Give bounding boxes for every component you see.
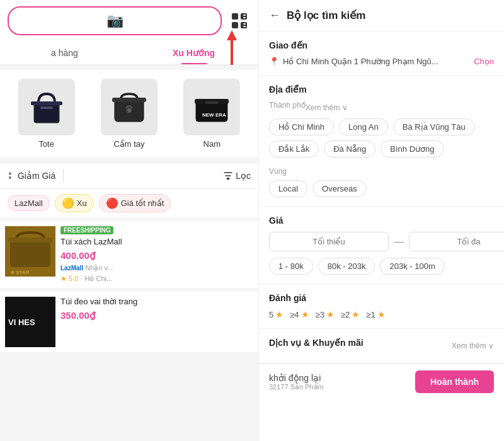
rating-4[interactable]: ≥4 ★ [290, 309, 309, 319]
rating-5[interactable]: 5 ★ [269, 309, 284, 319]
svg-text:NEW ERA: NEW ERA [202, 112, 226, 118]
discount-label: Giảm Giá [18, 171, 55, 181]
chip-hcm[interactable]: Hồ Chí Minh [269, 118, 334, 135]
services-section: Dịch vụ & Khuyến mãi Xem thêm ∨ [259, 329, 504, 364]
svg-rect-14 [112, 98, 146, 102]
camera-icon: 📷 [106, 13, 123, 29]
bottom-bar: khởi động lại 32177 Sản Phẩm Hoàn thành [259, 364, 504, 399]
svg-rect-23 [10, 239, 50, 267]
svg-rect-6 [243, 23, 246, 25]
filter-header: ← Bộ lọc tìm kiếm [259, 0, 504, 32]
search-bar: 📷 [0, 0, 258, 42]
svg-rect-24 [8, 238, 52, 243]
chip-overseas[interactable]: Overseas [312, 180, 367, 197]
region-title: Địa điểm [269, 84, 494, 94]
tab-store[interactable]: a hàng [0, 42, 129, 64]
chip-price-1[interactable]: 1 - 80k [269, 258, 313, 275]
right-panel: ← Bộ lọc tìm kiếm Giao đến 📍 Hồ Chí Minh… [258, 0, 504, 441]
product-thumbnail-2: VI HES [5, 297, 55, 347]
svg-rect-2 [232, 22, 238, 28]
product-count: 32177 Sản Phẩm [269, 383, 324, 391]
sort-arrows-icon: ▲ ▼ [8, 171, 13, 181]
svg-marker-9 [227, 30, 237, 40]
price-label: Giá tốt nhất [121, 198, 164, 208]
chip-danang[interactable]: Đà Nẵng [324, 140, 375, 158]
chip-price-3[interactable]: 203k - 100m [380, 258, 444, 275]
nav-tabs: a hàng Xu Hướng [0, 42, 258, 65]
price-title: Giá [269, 215, 494, 226]
tag-price-best[interactable]: 🔴 Giá tốt nhất [99, 194, 171, 212]
svg-rect-11 [31, 101, 62, 105]
nam-label: Nam [203, 139, 220, 149]
product-price-2: 350.00₫ [60, 310, 253, 321]
rating-2[interactable]: ≥2 ★ [341, 309, 360, 319]
svg-rect-7 [243, 26, 246, 27]
price-max-input[interactable] [409, 232, 504, 251]
tag-xu[interactable]: 🟡 Xu [55, 194, 94, 212]
price-range-row: — [269, 232, 494, 251]
star-5-icon: ★ [275, 309, 284, 319]
chip-price-2[interactable]: 80k - 203k [318, 258, 375, 275]
price-icon: 🔴 [106, 197, 118, 209]
filter-button[interactable]: Lọc [223, 171, 251, 181]
filter-bar: ▲ ▼ Giảm Giá Lọc [0, 163, 258, 189]
tab-trending[interactable]: Xu Hướng [129, 42, 258, 64]
category-tote[interactable]: Tote [5, 79, 88, 149]
rating-title: Đánh giá [269, 293, 494, 303]
city-sublabel: Thành phố [269, 101, 306, 110]
chip-longan[interactable]: Long An [339, 118, 388, 135]
product-rating-1: ★ 5.0 · Hồ Chi... [60, 275, 253, 283]
chip-brvt[interactable]: Bà Rịa Vũng Tàu [393, 118, 475, 135]
reset-button[interactable]: khởi động lại [269, 373, 321, 383]
grid-icon[interactable] [228, 9, 251, 32]
delivery-section: Giao đến 📍 Hồ Chí Minh Quận 1 Phường Phạ… [259, 32, 504, 76]
see-more-city[interactable]: Xem thêm ∨ [306, 103, 348, 112]
tote-image [18, 79, 75, 135]
product-meta-1: LazMall Nhận v... [60, 264, 253, 272]
svg-rect-10 [34, 103, 59, 123]
price-section: Giá — 1 - 80k 80k - 203k 203k - 100m [259, 207, 504, 284]
category-nam[interactable]: NEW ERA Nam [171, 79, 253, 149]
sort-section[interactable]: ▲ ▼ Giảm Giá [8, 171, 55, 181]
product-badges-1: FREESHIPPING [60, 226, 253, 234]
svg-text:VI HES: VI HES [8, 318, 35, 327]
star-3-icon: ★ [326, 309, 335, 319]
svg-point-16 [127, 109, 130, 112]
product-item-2[interactable]: VI HES Túi đeo vai thời trang 350.00₫ [0, 292, 258, 352]
back-arrow-icon[interactable]: ← [269, 9, 280, 22]
categories-grid: Tote Cầm tay [0, 70, 258, 158]
rating-1[interactable]: ≥1 ★ [366, 309, 385, 319]
product-price-1: 400.00₫ [60, 250, 253, 261]
see-more-services[interactable]: Xem thêm ∨ [452, 341, 494, 350]
chip-daklak[interactable]: Đắk Lắk [269, 140, 319, 158]
price-chips: 1 - 80k 80k - 203k 203k - 100m [269, 258, 494, 275]
delivery-title: Giao đến [269, 40, 494, 50]
freeship-badge: FREESHIPPING [60, 226, 113, 234]
filter-icon [223, 171, 233, 181]
chip-local[interactable]: Local [269, 180, 307, 197]
product-title-1: Túi xách LazMall [60, 237, 253, 248]
region-section: Địa điểm Thành phố Xem thêm ∨ Hồ Chí Min… [259, 76, 504, 207]
price-min-input[interactable] [269, 232, 389, 251]
star-1-icon: ★ [377, 309, 386, 319]
product-thumbnail-1: ★ STAR [5, 226, 55, 277]
chip-binhduong[interactable]: Bình Dương [381, 140, 444, 158]
location-text: Hồ Chí Minh Quận 1 Phường Phạm Ngũ... [283, 57, 470, 66]
rating-3[interactable]: ≥3 ★ [316, 309, 335, 319]
svg-rect-5 [243, 17, 246, 18]
product-item-1[interactable]: ★ STAR FREESHIPPING Túi xách LazMall 400… [0, 221, 258, 288]
lazada-logo: LazMall [60, 265, 83, 272]
search-input-box[interactable]: 📷 [8, 6, 222, 35]
tag-row: LazMall 🟡 Xu 🔴 Giá tốt nhất [0, 189, 258, 217]
star-2-icon: ★ [352, 309, 360, 319]
chon-button[interactable]: Chọn [474, 57, 494, 66]
done-button[interactable]: Hoàn thành [415, 370, 494, 393]
svg-text:★ STAR: ★ STAR [10, 270, 30, 275]
tag-lazmall[interactable]: LazMall [8, 195, 50, 211]
city-chips: Hồ Chí Minh Long An Bà Rịa Vũng Tàu Đắk … [269, 118, 494, 158]
nam-image: NEW ERA [183, 79, 240, 135]
services-title: Dịch vụ & Khuyến mãi [269, 338, 364, 348]
category-camtay[interactable]: Cầm tay [88, 79, 170, 149]
lazmall-label: LazMall [14, 198, 43, 208]
location-pin-icon: 📍 [269, 57, 279, 66]
